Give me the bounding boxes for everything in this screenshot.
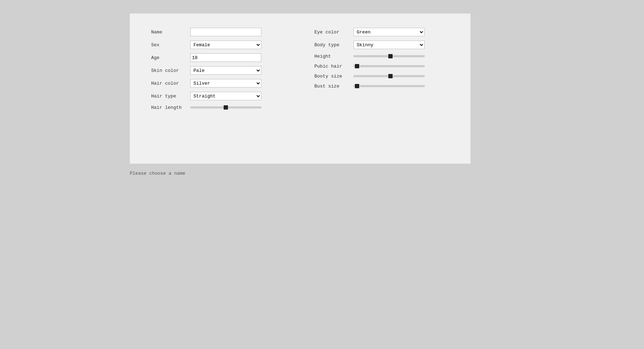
status-message: Please choose a name — [130, 171, 185, 176]
booty-size-field-input — [353, 73, 449, 79]
name-input[interactable] — [190, 28, 261, 36]
body-type-select[interactable]: Skinny Slim Average Curvy Heavy — [353, 41, 425, 49]
name-field-row: Name — [151, 28, 286, 36]
hair-length-slider[interactable] — [190, 106, 261, 109]
age-input[interactable] — [190, 53, 261, 62]
sex-field-input: Female Male — [190, 41, 286, 49]
bust-size-label: Bust size — [314, 84, 353, 89]
pubic-hair-slider[interactable] — [353, 65, 425, 67]
eye-color-label: Eye color — [314, 30, 353, 35]
age-field-row: Age — [151, 53, 286, 62]
bust-size-field-row: Bust size — [314, 83, 449, 89]
pubic-hair-label: Pubic hair — [314, 64, 353, 69]
skin-color-field-input: Pale Fair Medium Olive Dark — [190, 66, 286, 75]
pubic-hair-field-row: Pubic hair — [314, 63, 449, 69]
hair-length-field-input — [190, 105, 286, 110]
eye-color-select[interactable]: Green Blue Brown Hazel Gray — [353, 28, 425, 36]
hair-length-label: Hair length — [151, 105, 190, 110]
skin-color-field-row: Skin color Pale Fair Medium Olive Dark — [151, 66, 286, 75]
pubic-hair-field-input — [353, 63, 449, 69]
booty-size-label: Booty size — [314, 74, 353, 79]
body-type-field-row: Body type Skinny Slim Average Curvy Heav… — [314, 41, 449, 49]
sex-select[interactable]: Female Male — [190, 41, 261, 49]
name-label: Name — [151, 30, 190, 35]
hair-color-select[interactable]: Silver Black Brown Blonde Red — [190, 79, 261, 88]
eye-color-field-row: Eye color Green Blue Brown Hazel Gray — [314, 28, 449, 36]
hair-color-label: Hair color — [151, 81, 190, 86]
hair-type-label: Hair type — [151, 94, 190, 99]
hair-type-field-row: Hair type Straight Wavy Curly — [151, 92, 286, 100]
body-type-label: Body type — [314, 42, 353, 48]
height-field-row: Height — [314, 53, 449, 59]
main-panel: Name Sex Female Male Age — [130, 14, 470, 164]
age-field-input — [190, 53, 286, 62]
hair-type-field-input: Straight Wavy Curly — [190, 92, 286, 100]
booty-size-field-row: Booty size — [314, 73, 449, 79]
height-slider[interactable] — [353, 55, 425, 57]
skin-color-label: Skin color — [151, 68, 190, 73]
hair-color-field-input: Silver Black Brown Blonde Red — [190, 79, 286, 88]
eye-color-field-input: Green Blue Brown Hazel Gray — [353, 28, 449, 36]
bust-size-slider[interactable] — [353, 85, 425, 87]
name-field-input — [190, 28, 286, 36]
sex-label: Sex — [151, 42, 190, 48]
body-type-field-input: Skinny Slim Average Curvy Heavy — [353, 41, 449, 49]
hair-color-field-row: Hair color Silver Black Brown Blonde Red — [151, 79, 286, 88]
skin-color-select[interactable]: Pale Fair Medium Olive Dark — [190, 66, 261, 75]
height-field-input — [353, 53, 449, 59]
height-label: Height — [314, 54, 353, 59]
hair-type-select[interactable]: Straight Wavy Curly — [190, 92, 261, 100]
age-label: Age — [151, 55, 190, 60]
bust-size-field-input — [353, 83, 449, 89]
form-grid: Name Sex Female Male Age — [151, 28, 449, 115]
right-column: Eye color Green Blue Brown Hazel Gray Bo… — [314, 28, 449, 115]
hair-length-field-row: Hair length — [151, 105, 286, 110]
booty-size-slider[interactable] — [353, 75, 425, 77]
sex-field-row: Sex Female Male — [151, 41, 286, 49]
left-column: Name Sex Female Male Age — [151, 28, 286, 115]
